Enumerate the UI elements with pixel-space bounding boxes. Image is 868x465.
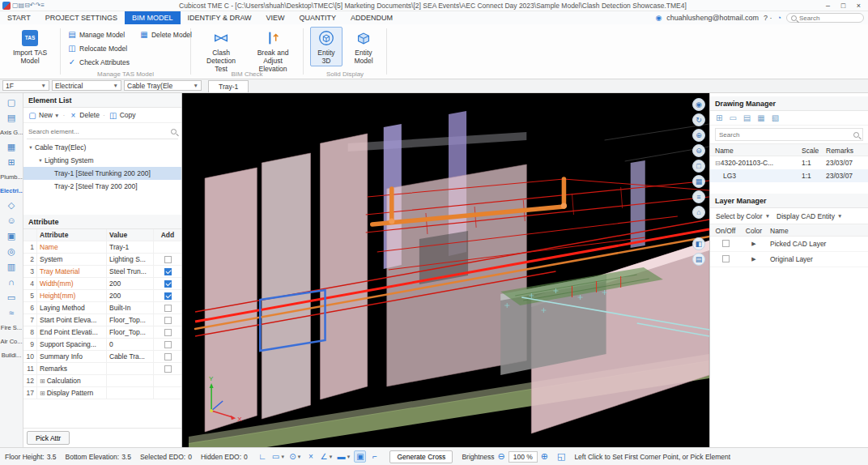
expander-icon[interactable]: ▾ [36, 154, 45, 167]
zoom-out-icon[interactable]: ⊖ [692, 144, 705, 157]
home-view-icon[interactable]: ⌂ [692, 206, 705, 219]
grid-toggle-icon[interactable]: ▦ [692, 175, 705, 188]
trunking-icon[interactable]: ▭ [0, 290, 23, 305]
expand-plus-icon[interactable]: ⊞ [40, 390, 45, 397]
document-tab-tray1[interactable]: Tray-1 [208, 80, 249, 92]
menu-icon[interactable]: ≡ [40, 2, 45, 9]
display-list-icon[interactable]: ≡ [692, 190, 705, 203]
attribute-value[interactable]: 200 [107, 278, 154, 289]
account-email[interactable]: chuahlusheng@hotmail.com [666, 14, 759, 22]
maximize-button[interactable]: □ [836, 2, 850, 10]
attribute-row[interactable]: 8End Point Elevati...Floor_Top... [23, 326, 181, 339]
import-drawing-icon[interactable]: ▤ [743, 113, 751, 122]
tab-quantity[interactable]: QUANTITY [292, 11, 344, 24]
drawing-search-input[interactable] [719, 131, 851, 139]
attribute-row[interactable]: 1NameTray-1 [23, 241, 181, 254]
sidebar-section-buildi[interactable]: Buildi... [0, 348, 23, 362]
attribute-row[interactable]: 4Width(mm)200 [23, 278, 181, 290]
zoom-extents-icon[interactable]: □ [692, 160, 705, 173]
attribute-row[interactable]: 3Tray MaterialSteel Trun... [23, 266, 181, 278]
brightness-increase-button[interactable]: ⊕ [541, 451, 548, 462]
section-toggle-icon[interactable]: ⌐ [368, 450, 381, 463]
attribute-row[interactable]: 6Laying MethodBuilt-In [23, 302, 181, 314]
clash-detection-test-button[interactable]: Clash Detection Test [198, 27, 245, 75]
element-search-input[interactable] [28, 128, 168, 135]
tree-item-cable-tray-elec[interactable]: ▾Cable Tray(Elec) [23, 141, 181, 154]
tab-project-settings[interactable]: PROJECT SETTINGS [38, 11, 125, 24]
layer-expand-icon[interactable]: ▶ [741, 256, 767, 262]
display-cad-entity-dropdown[interactable]: Display CAD Entity▼ [777, 212, 842, 220]
model-3d-scene[interactable]: Y X [182, 93, 709, 447]
add-checkbox[interactable] [164, 256, 172, 263]
generate-cross-button[interactable]: Generate Cross [389, 450, 453, 463]
break-adjust-elevation-button[interactable]: Break and Adjust Elevation [249, 27, 296, 75]
cross-view-toggle-icon[interactable]: ▣ [354, 450, 366, 463]
delete-element-button[interactable]: × Delete [67, 111, 100, 120]
tab-view[interactable]: VIEW [259, 11, 292, 24]
attribute-value[interactable]: Built-In [107, 302, 154, 314]
layer-expand-icon[interactable]: ▶ [741, 241, 767, 247]
element-type-selector[interactable]: Cable Tray(Ele▼ [124, 80, 202, 91]
tab-addendum[interactable]: ADDENDUM [343, 11, 400, 24]
expander-icon[interactable]: ⊟ [715, 160, 721, 167]
add-drawing-icon[interactable]: ⊞ [716, 113, 722, 122]
add-checkbox[interactable] [164, 317, 172, 324]
model-tree-icon[interactable]: ▤ [0, 110, 23, 126]
device-icon[interactable]: ☺ [0, 213, 23, 228]
split-drawing-icon[interactable]: ▦ [757, 113, 764, 122]
ucs-icon[interactable]: ∟ [257, 450, 269, 463]
fitting-icon[interactable]: ◇ [0, 198, 23, 213]
layer-visibility-checkbox[interactable] [722, 240, 730, 247]
attribute-value[interactable]: Floor_Top... [107, 326, 154, 338]
discipline-selector[interactable]: Electrical▼ [52, 80, 121, 91]
ortho-mode-icon[interactable]: ▭▼ [271, 450, 286, 463]
add-checkbox[interactable] [164, 329, 172, 336]
tree-item-tray-1-steel-trunking-200-200[interactable]: Tray-1 [Steel Trunking 200 200] [23, 167, 181, 180]
tree-item-lighting-system[interactable]: ▾Lighting System [23, 154, 181, 167]
drawing-row-4320-201103-c[interactable]: ⊟4320-201103-C...1:123/03/07 [710, 156, 868, 169]
layer-row-original-layer[interactable]: ▶Original Layer [710, 252, 868, 267]
sidebar-section-plumb[interactable]: Plumb... [0, 170, 23, 184]
attribute-row[interactable]: 7Start Point Eleva...Floor_Top... [23, 314, 181, 326]
brightness-decrease-button[interactable]: ⊖ [498, 451, 505, 462]
attribute-value[interactable]: Cable Tra... [107, 351, 154, 362]
attribute-row[interactable]: 11Remarks [23, 363, 181, 375]
attribute-value[interactable]: Floor_Top... [107, 314, 154, 326]
orbit-icon[interactable]: ↻ [692, 113, 705, 126]
add-checkbox[interactable] [164, 305, 172, 312]
open-icon[interactable]: ▤ [19, 2, 25, 9]
copy-element-button[interactable]: ◫ Copy [108, 111, 137, 120]
new-icon[interactable]: ▢ [12, 2, 19, 9]
check-attributes-button[interactable]: ✓Check Attributes [67, 55, 130, 69]
select-by-color-dropdown[interactable]: Select by Color▼ [716, 212, 770, 220]
entity-model-button[interactable]: Entity Model [347, 27, 380, 66]
clear-selection-icon[interactable]: × [305, 450, 317, 463]
distribution-box-icon[interactable]: ▣ [0, 228, 23, 244]
attribute-value[interactable] [107, 375, 154, 386]
import-tas-model-button[interactable]: TAS Import TAS Model [6, 27, 53, 66]
layer-visibility-checkbox[interactable] [722, 255, 730, 262]
pick-attr-button[interactable]: Pick Attr [27, 431, 70, 445]
conduit-arc-icon[interactable]: ∩ [0, 275, 23, 290]
add-checkbox[interactable] [164, 292, 172, 300]
angle-tool-icon[interactable]: ∠▼ [320, 450, 334, 463]
add-checkbox[interactable] [164, 268, 172, 275]
attribute-value[interactable] [107, 387, 154, 399]
add-checkbox[interactable] [164, 365, 172, 373]
lighting-icon[interactable]: ◎ [0, 244, 23, 259]
tab-start[interactable]: START [0, 11, 38, 24]
attribute-row[interactable]: 12⊞Calculation [23, 375, 181, 387]
attribute-value[interactable]: 0 [107, 339, 154, 350]
attribute-row[interactable]: 2SystemLighting S... [23, 254, 181, 266]
attribute-value[interactable] [107, 363, 154, 374]
add-checkbox[interactable] [164, 353, 172, 360]
wire-icon[interactable]: ≈ [0, 305, 23, 321]
line-style-icon[interactable]: ▬▼ [336, 450, 351, 463]
zoom-in-icon[interactable]: ⊕ [692, 129, 705, 142]
tab-bim-model[interactable]: BIM MODEL [125, 11, 181, 24]
add-checkbox[interactable] [164, 341, 172, 348]
sidebar-section-fire-s[interactable]: Fire S... [0, 321, 23, 335]
help-button[interactable]: ? · [764, 14, 772, 22]
sidebar-section-air-co[interactable]: Air Co... [0, 335, 23, 348]
attribute-value[interactable]: Tray-1 [107, 241, 154, 253]
